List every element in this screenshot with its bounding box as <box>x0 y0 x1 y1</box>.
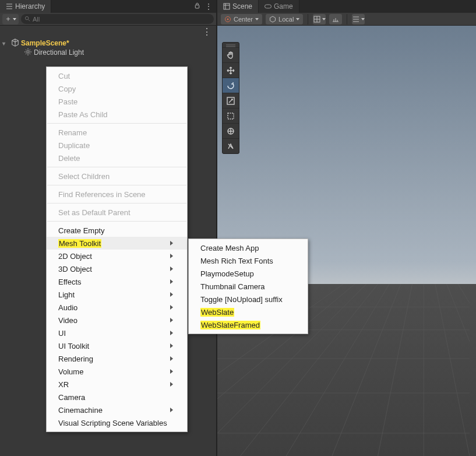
ctx-item-label: Select Children <box>58 172 110 181</box>
ctx-toggle-noupload-suffix[interactable]: Toggle [NoUpload] suffix <box>189 293 308 306</box>
ctx-volume[interactable]: Volume <box>47 365 187 378</box>
ctx-video[interactable]: Video <box>47 314 187 327</box>
ctx-item-label: Paste <box>58 97 77 106</box>
game-tab[interactable]: Game <box>259 0 299 13</box>
ctx-item-label: Audio <box>58 303 77 312</box>
ctx-mesh-toolkit[interactable]: Mesh Toolkit <box>47 237 187 250</box>
svg-rect-4 <box>265 5 272 8</box>
light-icon <box>23 48 33 57</box>
scene-row[interactable]: ▾ SampleScene* <box>0 38 216 48</box>
space-mode-button[interactable]: Local <box>266 14 303 24</box>
ctx-3d-object[interactable]: 3D Object <box>47 262 187 275</box>
chevron-down-icon[interactable]: ▾ <box>2 40 9 47</box>
ctx-paste: Paste <box>47 95 187 108</box>
ctx-copy: Copy <box>47 82 187 95</box>
ctx-item-label: Create Mesh App <box>200 244 259 252</box>
mesh-toolkit-submenu: Create Mesh AppMesh Rich Text FontsPlaym… <box>188 238 308 334</box>
search-placeholder: All <box>33 16 40 23</box>
ctx-item-label: Rename <box>58 128 87 137</box>
chevron-right-icon <box>170 331 173 335</box>
chevron-right-icon <box>170 382 173 387</box>
tool-rotate-button[interactable] <box>223 78 239 93</box>
ctx-rendering[interactable]: Rendering <box>47 352 187 365</box>
ctx-select-children: Select Children <box>47 170 187 183</box>
create-button[interactable]: ＋ <box>2 14 19 24</box>
svg-point-1 <box>25 16 29 20</box>
ctx-visual-scripting-scene-variables[interactable]: Visual Scripting Scene Variables <box>47 416 187 429</box>
scene-tab-strip: Scene Game <box>217 0 476 13</box>
ctx-find-references-in-scene: Find References in Scene <box>47 188 187 201</box>
tool-move-button[interactable] <box>223 62 239 78</box>
ctx-item-label: Set as Default Parent <box>58 208 131 217</box>
ctx-create-mesh-app[interactable]: Create Mesh App <box>189 241 308 254</box>
ctx-playmodesetup[interactable]: PlaymodeSetup <box>189 267 308 280</box>
ctx-light[interactable]: Light <box>47 288 187 301</box>
context-menu-separator <box>47 123 186 124</box>
ctx-item-label: PlaymodeSetup <box>200 269 254 278</box>
ctx-item-label: Volume <box>58 367 83 376</box>
ctx-duplicate: Duplicate <box>47 139 187 152</box>
ctx-item-label: Cut <box>58 72 70 80</box>
tool-scale-button[interactable] <box>223 93 239 108</box>
ctx-effects[interactable]: Effects <box>47 275 187 288</box>
tool-rect-button[interactable] <box>223 108 239 123</box>
hierarchy-toolbar: ＋ All <box>0 13 216 26</box>
context-menu-separator <box>47 221 186 222</box>
chevron-right-icon <box>170 369 173 374</box>
lock-icon[interactable] <box>194 2 200 10</box>
chevron-down-icon <box>322 18 326 20</box>
kebab-icon[interactable]: ⋮ <box>202 26 211 37</box>
ctx-mesh-rich-text-fonts[interactable]: Mesh Rich Text Fonts <box>189 254 308 267</box>
tool-transform-button[interactable] <box>223 123 239 138</box>
ctx-item-label: Light <box>58 290 75 299</box>
hierarchy-tab[interactable]: Hierarchy <box>0 0 51 13</box>
hierarchy-tab-strip: Hierarchy ⋮ <box>0 0 216 13</box>
pivot-mode-button[interactable]: Center <box>221 14 262 24</box>
chevron-right-icon <box>170 343 173 348</box>
ctx-cinemachine[interactable]: Cinemachine <box>47 404 187 416</box>
ctx-2d-object[interactable]: 2D Object <box>47 250 187 262</box>
ctx-item-label: UI <box>58 329 66 338</box>
ctx-create-empty[interactable]: Create Empty <box>47 224 187 237</box>
ctx-paste-as-child: Paste As Child <box>47 108 187 121</box>
tool-hand-button[interactable] <box>223 47 239 62</box>
ctx-audio[interactable]: Audio <box>47 301 187 314</box>
scene-name: SampleScene* <box>21 39 69 47</box>
gameobject-name: Directional Light <box>34 48 84 57</box>
ctx-webslateframed[interactable]: WebSlateFramed <box>189 318 308 331</box>
ctx-item-label: Thumbnail Camera <box>200 282 265 291</box>
ctx-item-label: Effects <box>58 278 82 286</box>
hierarchy-context-menu: CutCopyPastePaste As ChildRenameDuplicat… <box>46 66 188 432</box>
ctx-item-label: Camera <box>58 393 85 402</box>
ctx-webslate[interactable]: WebSlate <box>189 306 308 318</box>
ctx-ui[interactable]: UI <box>47 327 187 339</box>
ctx-item-label: 3D Object <box>58 265 92 273</box>
ctx-thumbnail-camera[interactable]: Thumbnail Camera <box>189 280 308 293</box>
svg-point-6 <box>227 18 229 20</box>
pivot-label: Center <box>234 16 253 23</box>
chevron-down-icon <box>255 18 259 20</box>
snap-increment-button[interactable] <box>329 14 342 24</box>
palette-grip[interactable] <box>223 43 239 47</box>
ctx-item-label: WebSlateFramed <box>200 321 260 329</box>
chevron-right-icon <box>170 318 173 322</box>
chevron-down-icon <box>361 18 365 20</box>
ctx-xr[interactable]: XR <box>47 378 187 391</box>
ctx-ui-toolkit[interactable]: UI Toolkit <box>47 339 187 352</box>
hierarchy-icon <box>6 3 13 10</box>
scene-tab[interactable]: Scene <box>217 0 259 13</box>
ctx-item-label: Create Empty <box>58 226 104 235</box>
pivot-icon <box>224 16 231 23</box>
hierarchy-search-input[interactable]: All <box>21 14 214 24</box>
svg-rect-9 <box>228 113 234 119</box>
kebab-icon[interactable]: ⋮ <box>205 2 211 10</box>
snap-settings-button[interactable] <box>352 14 365 24</box>
chevron-right-icon <box>170 241 173 245</box>
local-space-icon <box>269 16 276 23</box>
hierarchy-tab-label: Hierarchy <box>15 2 45 10</box>
gameobject-row[interactable]: Directional Light <box>0 48 216 57</box>
tool-custom-button[interactable] <box>223 138 239 153</box>
ctx-camera[interactable]: Camera <box>47 391 187 404</box>
scene-tool-palette <box>222 42 239 154</box>
grid-snap-button[interactable] <box>313 14 326 24</box>
